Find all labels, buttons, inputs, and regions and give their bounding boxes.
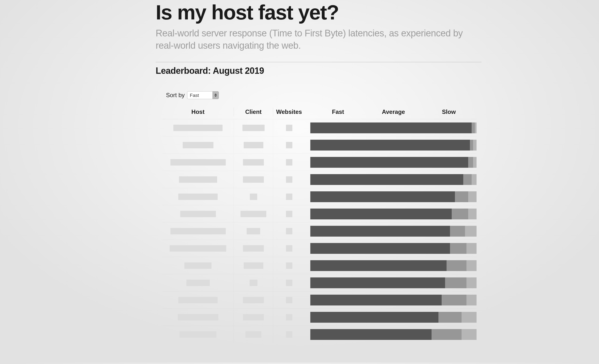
bar-segment-slow	[466, 243, 477, 254]
cell-host	[162, 223, 234, 240]
stacked-bar	[310, 140, 477, 151]
bar-segment-fast	[310, 226, 450, 237]
col-average: Average	[366, 108, 421, 115]
table-row	[162, 240, 477, 257]
bar-segment-fast	[310, 312, 438, 323]
skeleton-host	[180, 331, 216, 338]
table-body	[162, 119, 477, 343]
bar-segment-average	[445, 277, 467, 288]
bar-segment-slow	[473, 140, 477, 151]
skeleton-client	[243, 245, 264, 252]
table-row	[162, 222, 477, 240]
bar-segment-fast	[310, 209, 452, 219]
cell-client	[234, 274, 273, 291]
stacked-bar	[310, 295, 477, 305]
skeleton-client	[243, 159, 264, 166]
bar-segment-average	[468, 157, 473, 168]
cell-client	[234, 205, 273, 222]
skeleton-client	[250, 194, 257, 200]
bar-segment-average	[470, 140, 473, 151]
cell-websites	[273, 188, 305, 205]
skeleton-host	[170, 159, 226, 166]
bar-segment-fast	[310, 260, 447, 271]
bar-segment-slow	[468, 191, 477, 202]
stacked-bar	[310, 209, 477, 219]
table-row	[162, 257, 477, 274]
stacked-bar	[310, 277, 477, 288]
bar-segment-slow	[462, 329, 477, 340]
sort-controls: Sort by FastAverageSlowHostWebsites	[118, 91, 481, 99]
skeleton-client	[243, 176, 264, 183]
bar-segment-slow	[466, 295, 477, 305]
cell-bars	[305, 205, 477, 222]
cell-websites	[273, 223, 305, 240]
cell-client	[234, 257, 273, 274]
table-row	[162, 153, 477, 171]
bar-segment-slow	[475, 122, 477, 133]
skeleton-websites	[286, 194, 292, 200]
cell-client	[234, 291, 273, 308]
table-row	[162, 291, 477, 308]
cell-host	[162, 136, 234, 153]
table-row	[162, 205, 477, 222]
col-slow: Slow	[421, 108, 477, 115]
cell-bars	[305, 309, 477, 326]
skeleton-websites	[286, 331, 292, 338]
stacked-bar	[310, 329, 477, 340]
bar-segment-fast	[310, 140, 470, 151]
stacked-bar	[310, 122, 477, 133]
sort-select-wrap[interactable]: FastAverageSlowHostWebsites	[187, 91, 219, 99]
bar-segment-average	[452, 209, 468, 219]
bar-segment-slow	[465, 226, 477, 237]
cell-websites	[273, 154, 305, 171]
table-row	[162, 326, 477, 343]
cell-bars	[305, 223, 477, 240]
cell-bars	[305, 136, 477, 153]
skeleton-client	[243, 297, 264, 303]
skeleton-client	[244, 142, 263, 148]
updown-icon	[212, 91, 219, 99]
cell-bars	[305, 171, 477, 188]
skeleton-host	[183, 142, 213, 148]
cell-host	[162, 188, 234, 205]
cell-websites	[273, 119, 305, 136]
skeleton-websites	[286, 280, 292, 286]
leaderboard-title: Leaderboard: August 2019	[118, 66, 481, 76]
skeleton-websites	[286, 211, 292, 217]
cell-bars	[305, 291, 477, 308]
bar-segment-fast	[310, 243, 450, 254]
cell-bars	[305, 257, 477, 274]
stacked-bar	[310, 226, 477, 237]
stacked-bar	[310, 174, 477, 185]
bar-segment-slow	[466, 277, 477, 288]
bar-segment-fast	[310, 191, 455, 202]
sort-select[interactable]: FastAverageSlowHostWebsites	[187, 91, 212, 99]
bar-segment-average	[450, 226, 465, 237]
skeleton-websites	[286, 142, 292, 148]
cell-client	[234, 136, 273, 153]
page-title: Is my host fast yet?	[156, 0, 477, 23]
cell-client	[234, 171, 273, 188]
cell-host	[162, 119, 234, 136]
cell-host	[162, 257, 234, 274]
skeleton-host	[178, 297, 218, 303]
skeleton-client	[240, 211, 266, 217]
bar-segment-average	[438, 312, 462, 323]
skeleton-host	[186, 280, 210, 286]
skeleton-websites	[286, 245, 292, 252]
cell-host	[162, 154, 234, 171]
cell-host	[162, 309, 234, 326]
skeleton-client	[244, 262, 263, 269]
table-row	[162, 308, 477, 326]
page-subtitle: Real-world server response (Time to Firs…	[156, 27, 477, 52]
cell-websites	[273, 136, 305, 153]
cell-websites	[273, 291, 305, 308]
skeleton-host	[184, 262, 211, 269]
col-bars-group: Fast Average Slow	[305, 108, 477, 115]
cell-websites	[273, 257, 305, 274]
skeleton-websites	[286, 176, 292, 183]
bar-segment-average	[442, 295, 466, 305]
cell-host	[162, 240, 234, 257]
skeleton-client	[243, 314, 264, 320]
table-row	[162, 136, 477, 153]
